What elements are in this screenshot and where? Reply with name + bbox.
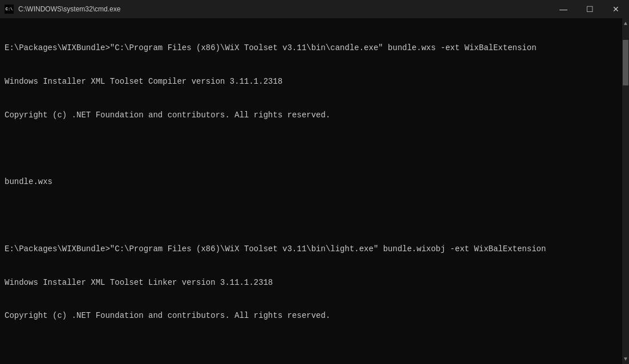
scroll-up-arrow[interactable]: ▲ xyxy=(622,18,629,28)
terminal-line-0: E:\Packages\WIXBundle>"C:\Program Files … xyxy=(5,43,618,54)
title-bar-controls: — ☐ ✕ xyxy=(550,0,629,18)
terminal-line-6: E:\Packages\WIXBundle>"C:\Program Files … xyxy=(5,244,618,255)
cmd-window: C:\WINDOWS\system32\cmd.exe — ☐ ✕ E:\Pac… xyxy=(0,0,629,364)
terminal-line-1: Windows Installer XML Toolset Compiler v… xyxy=(5,76,618,88)
terminal-line-3 xyxy=(5,144,618,155)
terminal-line-2: Copyright (c) .NET Foundation and contri… xyxy=(5,110,618,121)
scroll-thumb[interactable] xyxy=(623,40,628,85)
terminal-line-7: Windows Installer XML Toolset Linker ver… xyxy=(5,277,618,289)
minimize-button[interactable]: — xyxy=(550,0,577,18)
cmd-icon xyxy=(5,5,14,14)
title-bar-left: C:\WINDOWS\system32\cmd.exe xyxy=(5,5,120,14)
maximize-button[interactable]: ☐ xyxy=(577,0,603,18)
terminal-output[interactable]: E:\Packages\WIXBundle>"C:\Program Files … xyxy=(0,18,622,364)
title-bar: C:\WINDOWS\system32\cmd.exe — ☐ ✕ xyxy=(0,0,629,18)
terminal-line-8: Copyright (c) .NET Foundation and contri… xyxy=(5,310,618,322)
terminal-line-4: bundle.wxs xyxy=(5,177,618,188)
scrollbar[interactable]: ▲ ▼ xyxy=(622,18,629,364)
scroll-down-arrow[interactable]: ▼ xyxy=(622,354,629,364)
window-title: C:\WINDOWS\system32\cmd.exe xyxy=(18,5,120,13)
terminal-line-9 xyxy=(5,344,618,355)
close-button[interactable]: ✕ xyxy=(603,0,629,18)
content-area: E:\Packages\WIXBundle>"C:\Program Files … xyxy=(0,18,629,364)
terminal-line-5 xyxy=(5,210,618,222)
